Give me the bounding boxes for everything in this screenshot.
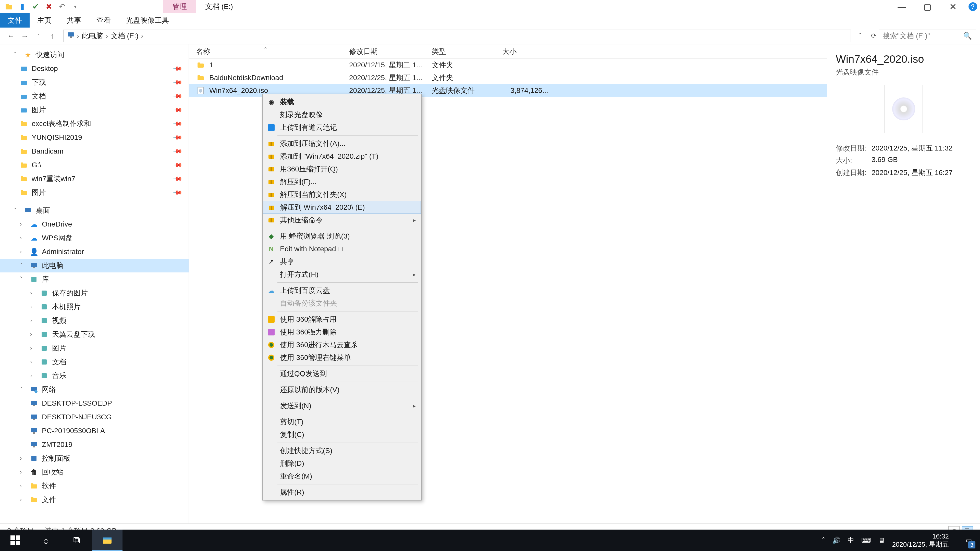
expand-icon[interactable]: ˅ — [14, 207, 20, 214]
breadcrumb-current[interactable]: 文档 (E:) — [111, 31, 138, 41]
file-row[interactable]: 12020/12/15, 星期二 1...文件夹 — [189, 59, 827, 71]
column-header-name[interactable]: ⌃名称 — [189, 47, 342, 56]
expand-icon[interactable]: › — [30, 331, 36, 338]
column-header-date[interactable]: 修改日期 — [342, 47, 425, 56]
ribbon-tab-disc-tools[interactable]: 光盘映像工具 — [118, 13, 177, 27]
taskbar-clock[interactable]: 16:32 2020/12/25, 星期五 — [892, 532, 953, 549]
menu-item[interactable]: 使用 360进行木马云查杀 — [263, 338, 421, 351]
nav-recent-dropdown[interactable]: ˅ — [32, 29, 45, 43]
sidebar-item[interactable]: ›本机照片 — [0, 300, 189, 314]
sidebar-item[interactable]: Desktop📌 — [0, 62, 189, 76]
menu-item[interactable]: 重命名(M) — [263, 470, 421, 483]
qat-check-icon[interactable]: ✔ — [31, 2, 40, 11]
menu-item[interactable]: 解压到(F)... — [263, 176, 421, 188]
column-header-size[interactable]: 大小 — [495, 47, 546, 56]
sidebar-item[interactable]: 图片📌 — [0, 186, 189, 200]
menu-item[interactable]: 属性(R) — [263, 486, 421, 499]
ribbon-tab-home[interactable]: 主页 — [30, 13, 59, 27]
chevron-right-icon[interactable]: › — [77, 32, 79, 40]
menu-item[interactable]: 还原以前的版本(V) — [263, 383, 421, 396]
menu-item[interactable]: 刻录光盘映像 — [263, 108, 421, 121]
menu-item[interactable]: 添加到压缩文件(A)... — [263, 137, 421, 150]
expand-icon[interactable]: › — [20, 221, 26, 227]
expand-icon[interactable]: ˅ — [14, 52, 20, 58]
menu-item[interactable]: 剪切(T) — [263, 416, 421, 428]
chevron-right-icon[interactable]: › — [141, 32, 143, 40]
expand-icon[interactable]: › — [30, 345, 36, 351]
explorer-taskbar-button[interactable] — [92, 530, 123, 551]
search-input[interactable]: 搜索"文档 (E:)" 🔍 — [879, 30, 976, 42]
chevron-right-icon[interactable]: › — [106, 32, 108, 40]
menu-item[interactable]: 通过QQ发送到 — [263, 367, 421, 380]
breadcrumb-root[interactable]: 此电脑 — [82, 31, 103, 41]
menu-item[interactable]: 创建快捷方式(S) — [263, 445, 421, 457]
sidebar-network[interactable]: ˅ 网络 — [0, 383, 189, 396]
nav-back-button[interactable]: ← — [4, 29, 18, 43]
maximize-button[interactable]: ▢ — [915, 0, 940, 13]
qat-pin-icon[interactable]: ▮ — [18, 2, 27, 11]
sidebar-item[interactable]: win7重装win7📌 — [0, 172, 189, 186]
sidebar-item[interactable]: 图片📌 — [0, 103, 189, 117]
action-center-button[interactable]: ▭ 3 — [959, 530, 978, 551]
expand-icon[interactable]: › — [30, 318, 36, 324]
file-row[interactable]: BaiduNetdiskDownload2020/12/25, 星期五 1...… — [189, 71, 827, 84]
network-tray-icon[interactable]: 🖥 — [878, 537, 885, 545]
sidebar-item[interactable]: ›图片 — [0, 341, 189, 355]
expand-icon[interactable]: › — [20, 248, 26, 255]
expand-icon[interactable]: ˅ — [20, 386, 26, 393]
expand-icon[interactable]: › — [20, 496, 26, 503]
qat-delete-icon[interactable]: ✖ — [45, 2, 53, 11]
sidebar-item[interactable]: G:\📌 — [0, 158, 189, 172]
menu-item[interactable]: 发送到(N)▸ — [263, 400, 421, 412]
menu-item[interactable]: NEdit with Notepad++ — [263, 243, 421, 256]
column-header-type[interactable]: 类型 — [425, 47, 495, 56]
ribbon-tab-file[interactable]: 文件 — [0, 13, 30, 27]
menu-item[interactable]: 上传到有道云笔记 — [263, 121, 421, 134]
sidebar-item[interactable]: ›控制面板 — [0, 451, 189, 465]
sidebar-item[interactable]: ›天翼云盘下载 — [0, 327, 189, 341]
help-button[interactable]: ? — [966, 0, 980, 13]
task-view-button[interactable]: ⧉ — [61, 530, 92, 551]
expand-icon[interactable]: › — [20, 469, 26, 475]
sidebar-item[interactable]: 文档📌 — [0, 89, 189, 103]
sidebar-item[interactable]: ›文件 — [0, 493, 189, 507]
ribbon-tab-view[interactable]: 查看 — [89, 13, 118, 27]
sidebar-item[interactable]: ›音乐 — [0, 369, 189, 383]
breadcrumb-dropdown[interactable]: ˅ — [855, 31, 865, 41]
menu-item[interactable]: 删除(D) — [263, 457, 421, 470]
expand-icon[interactable]: › — [20, 483, 26, 489]
minimize-button[interactable]: ― — [889, 0, 915, 13]
expand-icon[interactable]: › — [30, 290, 36, 297]
menu-item[interactable]: 解压到 Win7x64_2020\ (E) — [263, 201, 421, 214]
sidebar-item[interactable]: Bandicam📌 — [0, 144, 189, 158]
ribbon-tab-share[interactable]: 共享 — [59, 13, 89, 27]
sidebar-item[interactable]: ›☁OneDrive — [0, 218, 189, 231]
nav-forward-button[interactable]: → — [18, 29, 32, 43]
sidebar-item[interactable]: ›☁WPS网盘 — [0, 231, 189, 245]
expand-icon[interactable]: ˅ — [20, 262, 26, 269]
contextual-tab-manage[interactable]: 管理 — [163, 0, 196, 13]
expand-icon[interactable]: › — [20, 455, 26, 462]
menu-item[interactable]: ↗共享 — [263, 256, 421, 268]
expand-icon[interactable]: › — [30, 303, 36, 310]
sidebar-item[interactable]: ›文档 — [0, 355, 189, 369]
sidebar-item[interactable]: ›👤Administrator — [0, 245, 189, 259]
menu-item[interactable]: 使用 360解除占用 — [263, 313, 421, 326]
refresh-button[interactable]: ⟳ — [869, 31, 879, 41]
sidebar-item[interactable]: ZMT2019 — [0, 438, 189, 451]
menu-item[interactable]: ◉装载 — [263, 96, 421, 108]
expand-icon[interactable]: › — [30, 372, 36, 379]
menu-item[interactable]: 用360压缩打开(Q) — [263, 163, 421, 176]
expand-icon[interactable]: › — [30, 359, 36, 365]
sidebar-item[interactable]: ˅库 — [0, 272, 189, 286]
menu-item[interactable]: 解压到当前文件夹(X) — [263, 188, 421, 201]
menu-item[interactable]: 打开方式(H)▸ — [263, 268, 421, 281]
sidebar-item[interactable]: ›保存的图片 — [0, 286, 189, 300]
close-button[interactable]: ✕ — [940, 0, 966, 13]
menu-item[interactable]: ☁上传到百度云盘 — [263, 284, 421, 297]
search-button[interactable]: ⌕ — [30, 530, 61, 551]
keyboard-icon[interactable]: ⌨ — [861, 537, 871, 545]
sidebar-item[interactable]: DESKTOP-LSSOEDP — [0, 396, 189, 410]
menu-item[interactable]: 使用 360管理右键菜单 — [263, 351, 421, 364]
nav-up-button[interactable]: ↑ — [45, 29, 59, 43]
